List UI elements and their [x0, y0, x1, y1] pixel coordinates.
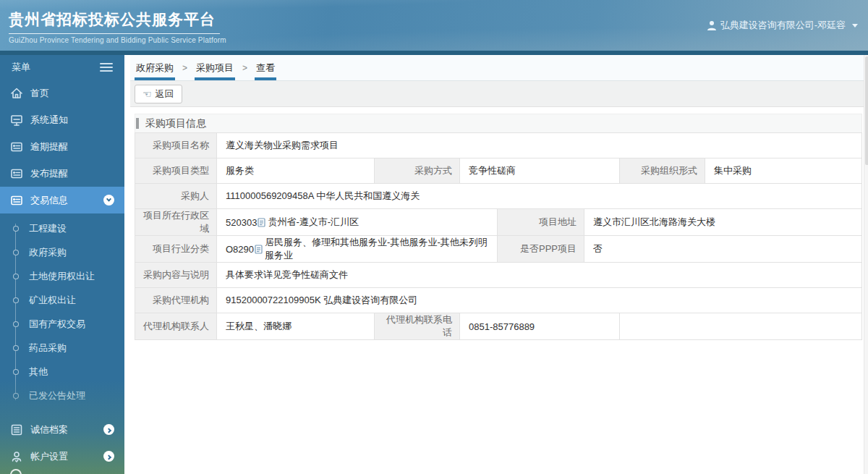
- toolbar: ☜ 返回: [130, 81, 868, 107]
- card-list-icon: [10, 194, 23, 207]
- field-value: 具体要求详见竞争性磋商文件: [216, 263, 861, 287]
- scrollbar-track[interactable]: [864, 55, 868, 474]
- monitor-icon: [10, 114, 23, 127]
- submenu-item-other[interactable]: 其他: [0, 360, 124, 384]
- home-icon: [10, 87, 23, 100]
- field-value: 1110000569209458A 中华人民共和国遵义海关: [216, 184, 861, 208]
- region-code: 520303: [226, 217, 257, 228]
- sidebar-item-overdue-reminder[interactable]: 逾期提醒: [0, 133, 124, 160]
- submenu-item-drug-procurement[interactable]: 药品采购: [0, 336, 124, 360]
- sidebar-item-credit-archive[interactable]: 诚信档案: [0, 416, 124, 443]
- brand: 贵州省招标投标公共服务平台 GuiZhou Province Tendering…: [9, 7, 226, 44]
- field-value-empty: [619, 313, 861, 339]
- chevron-right-circle-icon[interactable]: [103, 424, 114, 435]
- field-label: 代理机构联系人: [135, 313, 216, 339]
- submenu-label: 矿业权出让: [29, 294, 76, 307]
- submenu-label: 其他: [29, 365, 48, 378]
- table-row: 采购人 1110000569209458A 中华人民共和国遵义海关: [135, 184, 861, 209]
- submenu-item-state-property[interactable]: 国有产权交易: [0, 312, 124, 336]
- hamburger-icon[interactable]: [100, 61, 113, 74]
- submenu-item-mining-rights[interactable]: 矿业权出让: [0, 288, 124, 312]
- table-row: 代理机构联系人 王秋星、潘晓娜 代理机构联系电话 0851-85776889: [135, 313, 861, 339]
- section-accent-bar: [136, 118, 139, 129]
- breadcrumb-separator: >: [242, 55, 247, 80]
- breadcrumb-label: 政府采购: [136, 62, 174, 75]
- submenu-item-published-notices[interactable]: 已发公告处理: [0, 384, 124, 407]
- caret-down-icon: [852, 24, 858, 27]
- field-value: 遵义市汇川区北海路海关大楼: [584, 209, 861, 235]
- user-name: 弘典建设咨询有限公司-邓廷容: [720, 19, 846, 32]
- field-label: 代理机构联系电话: [374, 313, 459, 339]
- site-title: 贵州省招标投标公共服务平台: [9, 7, 220, 34]
- partial-menu-icon: [10, 469, 22, 474]
- section-title: 采购项目信息: [145, 117, 206, 130]
- field-value: 91520000722109905K 弘典建设咨询有限公司: [216, 288, 861, 313]
- industry-code: O8290: [226, 244, 254, 255]
- menu-label: 菜单: [12, 61, 30, 74]
- submenu-item-gov-procurement[interactable]: 政府采购: [0, 240, 124, 264]
- breadcrumb-separator: >: [182, 55, 187, 80]
- breadcrumb-label: 采购项目: [196, 62, 234, 75]
- sidebar-item-home[interactable]: 首页: [0, 80, 124, 106]
- table-row: 采购代理机构 91520000722109905K 弘典建设咨询有限公司: [135, 288, 861, 313]
- industry-text: 居民服务、修理和其他服务业-其他服务业-其他未列明服务业: [265, 236, 490, 262]
- field-label: 项目行业分类: [135, 236, 216, 262]
- person-icon: [707, 20, 717, 30]
- sidebar-item-label: 首页: [30, 87, 49, 100]
- field-label: 采购方式: [374, 158, 459, 183]
- transaction-submenu: 工程建设 政府采购 土地使用权出让 矿业权出让 国有产权交易 药品采购 其他 已…: [0, 213, 124, 410]
- card-list-icon: [10, 140, 23, 153]
- field-value: O8290 居民服务、修理和其他服务业-其他服务业-其他未列明服务业: [216, 236, 497, 262]
- sidebar-item-notifications[interactable]: 系统通知: [0, 106, 124, 133]
- chevron-right-circle-icon[interactable]: [103, 451, 114, 462]
- submenu-item-land-use[interactable]: 土地使用权出让: [0, 264, 124, 288]
- table-row: 采购项目类型 服务类 采购方式 竞争性磋商 采购组织形式 集中采购: [135, 158, 861, 184]
- sidebar-item-account-settings[interactable]: 帐户设置: [0, 443, 124, 470]
- section-header: 采购项目信息: [135, 114, 862, 132]
- field-label: 采购内容与说明: [135, 263, 216, 287]
- table-row: 项目所在行政区域 520303 贵州省-遵义市-汇川区 项目地址 遵义市汇川区北…: [135, 209, 861, 236]
- submenu-item-engineering[interactable]: 工程建设: [0, 216, 124, 240]
- submenu-label: 国有产权交易: [29, 318, 85, 331]
- sidebar-item-publish-reminder[interactable]: 发布提醒: [0, 160, 124, 187]
- breadcrumb-label: 查看: [256, 62, 275, 75]
- sidebar-item-label: 交易信息: [30, 194, 68, 207]
- document-icon[interactable]: [255, 245, 263, 254]
- breadcrumb-item-gov-procurement[interactable]: 政府采购: [135, 55, 175, 80]
- submenu-label: 药品采购: [29, 342, 67, 355]
- table-row: 项目行业分类 O8290 居民服务、修理和其他服务业-其他服务业-其他未列明服务…: [135, 236, 861, 263]
- site-subtitle: GuiZhou Province Tendering and Bidding P…: [9, 36, 226, 44]
- breadcrumb: 政府采购 > 采购项目 > 查看: [130, 55, 868, 81]
- field-value: 竞争性磋商: [459, 158, 619, 183]
- card-list-icon: [10, 423, 23, 436]
- sidebar-item-label: 系统通知: [30, 114, 68, 127]
- field-label: 项目所在行政区域: [135, 209, 216, 235]
- field-value: 否: [584, 236, 861, 262]
- field-label: 采购项目类型: [135, 158, 216, 183]
- document-icon[interactable]: [258, 218, 265, 227]
- field-label: 采购项目名称: [135, 133, 216, 158]
- chevron-down-circle-icon[interactable]: [103, 195, 114, 206]
- field-label: 是否PPP项目: [497, 236, 584, 262]
- user-dropdown[interactable]: 弘典建设咨询有限公司-邓廷容: [707, 19, 858, 32]
- breadcrumb-item-view[interactable]: 查看: [255, 55, 276, 80]
- person-icon: [10, 450, 23, 463]
- app-window: 贵州省招标投标公共服务平台 GuiZhou Province Tendering…: [0, 0, 868, 474]
- sidebar-item-label: 逾期提醒: [30, 140, 68, 153]
- sidebar-item-transaction-info[interactable]: 交易信息: [0, 187, 124, 213]
- breadcrumb-item-procurement-project[interactable]: 采购项目: [195, 55, 235, 80]
- field-value: 王秋星、潘晓娜: [216, 313, 374, 339]
- back-hand-icon: ☜: [142, 89, 152, 99]
- main-content: 政府采购 > 采购项目 > 查看 ☜ 返回 采购项目信息: [124, 55, 868, 474]
- table-row: 采购项目名称 遵义海关物业采购需求项目: [135, 133, 861, 158]
- sidebar: 菜单 首页 系统通知 逾期提醒: [0, 55, 124, 474]
- back-button[interactable]: ☜ 返回: [135, 85, 182, 103]
- field-label: 采购组织形式: [619, 158, 705, 183]
- scrollbar-thumb[interactable]: [865, 56, 868, 165]
- submenu-label: 已发公告处理: [29, 389, 85, 402]
- submenu-label: 政府采购: [29, 246, 67, 259]
- top-header: 贵州省招标投标公共服务平台 GuiZhou Province Tendering…: [0, 0, 868, 51]
- card-list-icon: [10, 167, 23, 180]
- field-value: 0851-85776889: [459, 313, 619, 339]
- sidebar-item-label: 发布提醒: [30, 167, 68, 180]
